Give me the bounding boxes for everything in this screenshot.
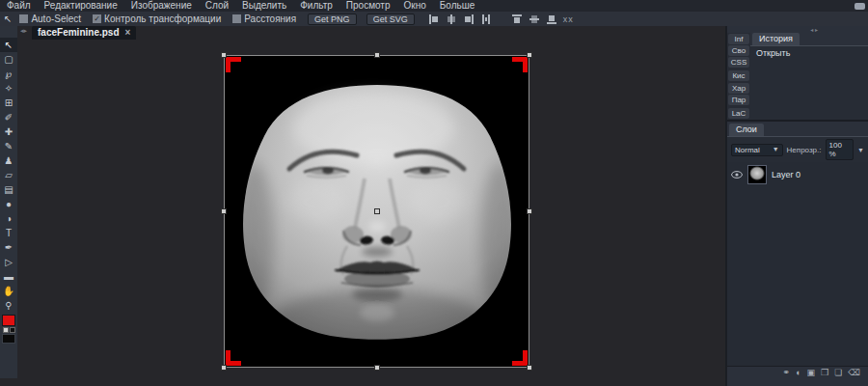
get-svg-button[interactable]: Get SVG (366, 14, 415, 25)
transform-handle-bottom-center[interactable] (374, 365, 380, 371)
opacity-input[interactable]: 100 % (826, 139, 854, 160)
tool-healing-brush[interactable]: ✚ (0, 124, 17, 139)
transform-handle-top-center[interactable] (374, 52, 380, 58)
menu-file[interactable]: Файл (0, 0, 38, 12)
document-tab-bar: ◂▸ faceFeminine.psd × (17, 26, 725, 41)
tool-move[interactable]: ↖ (0, 38, 17, 52)
tool-eraser[interactable]: ▱ (0, 168, 17, 182)
tab-properties[interactable]: Сво (728, 45, 749, 56)
layer-row[interactable]: Layer 0 (727, 162, 868, 187)
opacity-label: Непрозр.: (787, 146, 822, 154)
layer-thumbnail[interactable] (747, 165, 767, 184)
tool-zoom[interactable]: ⚲ (0, 298, 17, 313)
collapsed-panel-tabs: Inf Сво CSS Кис Хар Пар LaC (727, 33, 750, 120)
chevron-down-icon: ▼ (773, 146, 779, 154)
window-control-button[interactable] (854, 3, 865, 10)
tool-quick-select[interactable]: ✧ (0, 81, 17, 96)
panel-header: ◂ ▸ (727, 26, 868, 33)
layers-panel-tab[interactable]: Слои (729, 124, 764, 136)
transform-handle-top-right[interactable] (527, 52, 532, 58)
menu-image[interactable]: Изображение (124, 0, 199, 12)
transform-handle-bottom-right[interactable] (527, 365, 532, 371)
layer-mask-icon[interactable]: ▣ (807, 367, 816, 379)
tab-paragraph[interactable]: Пар (728, 95, 749, 105)
tab-css[interactable]: CSS (728, 57, 749, 68)
layer-name: Layer 0 (772, 170, 800, 179)
transform-handle-middle-left[interactable] (221, 208, 227, 214)
transform-handle-center[interactable] (374, 208, 380, 214)
tool-pen[interactable]: ✒ (0, 240, 17, 255)
tool-rectangle-select[interactable]: ▢ (0, 52, 17, 67)
close-tab-icon[interactable]: × (125, 27, 131, 38)
move-tool-icon: ↖ (4, 14, 12, 24)
opacity-dropdown-icon[interactable]: ▼ (857, 147, 864, 153)
panel-collapse-icon[interactable]: ◂ ▸ (810, 26, 818, 33)
menu-more[interactable]: Больше (433, 0, 482, 12)
layer-visibility-eye-icon[interactable] (731, 171, 743, 179)
background-color-swatch[interactable] (2, 334, 15, 344)
menu-select[interactable]: Выделить (235, 0, 293, 12)
align-center-icon[interactable] (446, 14, 457, 25)
tool-type[interactable]: T (0, 226, 17, 240)
tab-character[interactable]: Хар (728, 83, 749, 94)
layers-controls: Normal ▼ Непрозр.: 100 % ▼ (727, 136, 868, 162)
delete-layer-icon[interactable]: ⌫ (848, 367, 860, 379)
layers-list: Layer 0 (727, 162, 868, 366)
get-png-button[interactable]: Get PNG (308, 14, 357, 25)
menu-view[interactable]: Просмотр (339, 0, 397, 12)
panel-collapse-icon[interactable]: ◂▸ (17, 26, 30, 36)
new-group-icon[interactable]: ❒ (821, 367, 828, 379)
menu-edit[interactable]: Редактирование (38, 0, 124, 12)
tab-brush[interactable]: Кис (728, 70, 749, 81)
right-sidebar: ◂ ▸ Inf Сво CSS Кис Хар Пар LaC История … (725, 26, 868, 386)
document-tab[interactable]: faceFeminine.psd × (32, 26, 136, 40)
history-panel: История Открыть (750, 33, 868, 120)
tool-eyedropper[interactable]: ✐ (0, 110, 17, 124)
photo-editor-app: Файл Редактирование Изображение Слой Выд… (0, 0, 868, 386)
history-section: Inf Сво CSS Кис Хар Пар LaC История Откр… (727, 33, 868, 120)
transform-handle-middle-right[interactable] (527, 208, 532, 214)
tool-lasso[interactable]: ℘ (0, 67, 17, 81)
align-bottom-icon[interactable] (546, 14, 557, 25)
adjustment-icon[interactable]: ◐ (796, 367, 800, 379)
tool-dodge[interactable]: ◑ (0, 211, 17, 226)
tab-layer-comps[interactable]: LaC (728, 108, 749, 119)
link-layers-icon[interactable]: ⚭ (783, 367, 791, 379)
new-layer-icon[interactable]: ❏ (834, 367, 842, 379)
default-colors-icon[interactable] (0, 327, 17, 333)
document-title: faceFeminine.psd (38, 27, 119, 38)
align-middle-icon[interactable] (529, 14, 540, 25)
tab-info[interactable]: Inf (728, 34, 749, 44)
checkbox-icon (19, 14, 28, 23)
menu-filter[interactable]: Фильтр (293, 0, 339, 12)
distribute-gaps-icon[interactable]: xx (563, 14, 574, 24)
transform-handle-top-left[interactable] (221, 52, 227, 58)
tool-brush[interactable]: ✎ (0, 139, 17, 153)
auto-select-checkbox[interactable]: Auto-Select (19, 14, 81, 24)
menu-bar: Файл Редактирование Изображение Слой Выд… (0, 0, 868, 12)
foreground-color-swatch[interactable] (2, 315, 15, 326)
tool-crop[interactable]: ⊞ (0, 96, 17, 110)
align-left-icon[interactable] (428, 14, 440, 25)
tool-path-select[interactable]: ▷ (0, 255, 17, 269)
transform-handle-bottom-left[interactable] (221, 365, 227, 371)
align-right-icon[interactable] (463, 14, 475, 25)
tool-clone-stamp[interactable]: ♟ (0, 153, 17, 168)
tool-hand[interactable]: ✋ (0, 284, 17, 298)
layers-footer: ⚭ ◐ ▣ ❒ ❏ ⌫ (727, 366, 868, 378)
transform-controls-checkbox[interactable]: ✓ Контроль трансформации (93, 14, 221, 24)
menu-window[interactable]: Окно (397, 0, 433, 12)
align-top-icon[interactable] (511, 14, 523, 25)
tools-panel: ↖ ▢ ℘ ✧ ⊞ ✐ ✚ ✎ ♟ ▱ ▤ ● ◑ T ✒ ▷ ▬ ✋ ⚲ (0, 26, 17, 378)
history-item-open[interactable]: Открыть (750, 46, 868, 60)
blend-mode-select[interactable]: Normal ▼ (731, 144, 783, 156)
distances-checkbox[interactable]: Расстояния (232, 14, 296, 24)
distribute-horizontal-icon[interactable] (480, 14, 492, 25)
tool-options-bar: ↖ Auto-Select ✓ Контроль трансформации Р… (0, 12, 868, 26)
tool-shape[interactable]: ▬ (0, 269, 17, 284)
menu-layer[interactable]: Слой (199, 0, 235, 12)
history-list: Открыть (750, 45, 868, 120)
history-panel-tab[interactable]: История (752, 33, 800, 45)
tool-gradient[interactable]: ▤ (0, 182, 17, 197)
tool-blur[interactable]: ● (0, 197, 17, 211)
